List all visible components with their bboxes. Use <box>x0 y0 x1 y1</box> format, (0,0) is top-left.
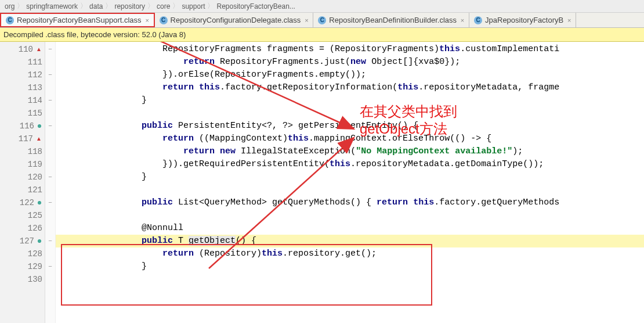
fold-handle[interactable] <box>45 273 55 286</box>
line-number[interactable]: 115 <box>0 107 45 120</box>
code-area[interactable]: RepositoryFragments fragments = (Reposit… <box>56 42 644 323</box>
line-number[interactable]: 110▲ <box>0 43 45 56</box>
line-number-gutter[interactable]: 110▲111112113114115116117▲11811912012112… <box>0 42 45 323</box>
fold-handle[interactable]: − <box>45 120 55 132</box>
tab-label: JpaRepositoryFactoryB <box>485 16 563 24</box>
code-line[interactable]: return this.factory.getRepositoryInforma… <box>56 81 644 94</box>
class-file-icon: C <box>160 16 168 24</box>
code-line[interactable]: return (Repository)this.repository.get()… <box>56 247 644 260</box>
class-file-icon: C <box>6 16 14 24</box>
line-number[interactable]: 125 <box>0 209 45 222</box>
code-line[interactable]: }).orElse(RepositoryFragments.empty()); <box>56 69 644 81</box>
line-number[interactable]: 118 <box>0 145 45 158</box>
close-icon[interactable]: × <box>460 17 465 23</box>
breadcrumb-segment[interactable]: org <box>5 2 15 10</box>
code-line[interactable]: } <box>56 260 644 273</box>
editor: 110▲111112113114115116117▲11811912012112… <box>0 42 644 323</box>
fold-handle[interactable] <box>45 107 55 120</box>
line-number[interactable]: 114 <box>0 94 45 107</box>
editor-tab[interactable]: CRepositoryConfigurationDelegate.class× <box>155 13 314 27</box>
override-up-icon[interactable]: ▲ <box>35 135 42 142</box>
fold-handle[interactable] <box>45 81 55 94</box>
code-line[interactable]: return ((MappingContext)this.mappingCont… <box>56 132 644 145</box>
code-line[interactable]: return new IllegalStateException("No Map… <box>56 145 644 158</box>
breadcrumb[interactable]: org〉springframework〉data〉repository〉core… <box>0 0 644 13</box>
fold-handle[interactable]: − <box>45 43 55 56</box>
breadcrumb-segment[interactable]: springframework <box>26 2 78 10</box>
line-number[interactable]: 119 <box>0 158 45 171</box>
code-line[interactable]: })).getRequiredPersistentEntity(this.rep… <box>56 158 644 171</box>
breadcrumb-segment[interactable]: RepositoryFactoryBean... <box>216 2 295 10</box>
fold-handle[interactable] <box>45 222 55 235</box>
code-line[interactable] <box>56 209 644 222</box>
code-line[interactable] <box>56 107 644 120</box>
line-number[interactable]: 126 <box>0 222 45 235</box>
line-number[interactable]: 129 <box>0 260 45 273</box>
code-line[interactable]: public List<QueryMethod> getQueryMethods… <box>56 196 644 209</box>
breadcrumb-segment[interactable]: support <box>182 2 205 10</box>
editor-tab[interactable]: CRepositoryFactoryBeanSupport.class× <box>0 13 155 27</box>
class-file-icon: C <box>318 16 326 24</box>
fold-handle[interactable]: − <box>45 196 55 209</box>
fold-handle[interactable] <box>45 209 55 222</box>
fold-handle[interactable]: − <box>45 260 55 273</box>
close-icon[interactable]: × <box>566 17 572 23</box>
editor-tab[interactable]: CJpaRepositoryFactoryB× <box>469 13 576 27</box>
close-icon[interactable]: × <box>303 17 309 23</box>
line-number[interactable]: 130 <box>0 273 45 286</box>
code-line[interactable]: } <box>56 171 644 184</box>
line-number[interactable]: 112 <box>0 69 45 81</box>
breadcrumb-segment[interactable]: core <box>157 2 170 10</box>
line-number[interactable]: 116 <box>0 120 45 132</box>
decompile-banner: Decompiled .class file, bytecode version… <box>0 28 644 42</box>
line-number[interactable]: 128 <box>0 247 45 260</box>
breadcrumb-segment[interactable]: repository <box>114 2 145 10</box>
fold-handle[interactable]: − <box>45 69 55 81</box>
fold-handle[interactable] <box>45 158 55 171</box>
fold-handle[interactable]: − <box>45 171 55 184</box>
fold-handle[interactable] <box>45 184 55 196</box>
tab-label: RepositoryConfigurationDelegate.class <box>171 16 301 24</box>
implements-icon[interactable] <box>37 238 42 244</box>
fold-handle[interactable] <box>45 56 55 69</box>
close-icon[interactable]: × <box>144 17 150 23</box>
code-line[interactable]: RepositoryFragments fragments = (Reposit… <box>56 43 644 56</box>
fold-handle[interactable] <box>45 145 55 158</box>
class-file-icon: C <box>474 16 482 24</box>
tab-label: RepositoryFactoryBeanSupport.class <box>17 16 142 24</box>
tabs-bar: CRepositoryFactoryBeanSupport.class×CRep… <box>0 13 644 28</box>
line-number[interactable]: 120 <box>0 171 45 184</box>
breadcrumb-segment[interactable]: data <box>89 2 103 10</box>
line-number[interactable]: 113 <box>0 81 45 94</box>
fold-handle[interactable]: − <box>45 235 55 247</box>
editor-tab[interactable]: CRepositoryBeanDefinitionBuilder.class× <box>313 13 469 27</box>
code-line[interactable]: public PersistentEntity<?, ?> getPersist… <box>56 120 644 132</box>
fold-handle[interactable]: − <box>45 94 55 107</box>
code-line[interactable]: public T getObject() { <box>56 235 644 247</box>
code-line[interactable]: return RepositoryFragments.just(new Obje… <box>56 56 644 69</box>
fold-handle[interactable] <box>45 132 55 145</box>
line-number[interactable]: 111 <box>0 56 45 69</box>
code-line[interactable]: } <box>56 94 644 107</box>
line-number[interactable]: 127 <box>0 235 45 247</box>
code-line[interactable] <box>56 184 644 196</box>
tab-label: RepositoryBeanDefinitionBuilder.class <box>329 16 457 24</box>
fold-column[interactable]: −−−−−−−− <box>45 42 56 323</box>
code-line[interactable] <box>56 273 644 286</box>
line-number[interactable]: 122 <box>0 196 45 209</box>
line-number[interactable]: 121 <box>0 184 45 196</box>
implements-icon[interactable] <box>37 123 42 129</box>
implements-icon[interactable] <box>37 200 42 206</box>
override-up-icon[interactable]: ▲ <box>35 46 42 53</box>
line-number[interactable]: 117▲ <box>0 132 45 145</box>
code-line[interactable]: @Nonnull <box>56 222 644 235</box>
fold-handle[interactable] <box>45 247 55 260</box>
